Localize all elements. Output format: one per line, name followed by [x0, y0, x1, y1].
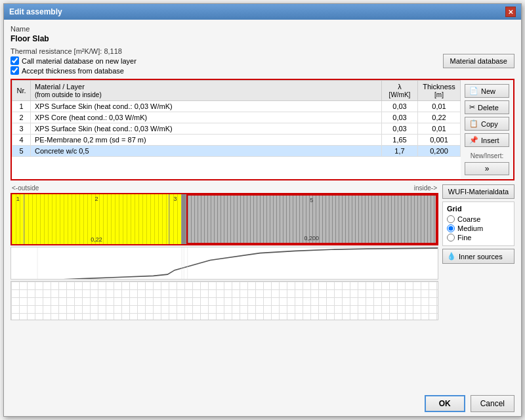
viz-labels: <-outside inside-> — [10, 184, 438, 192]
row-material: XPS Surface Skin (heat cond.: 0,03 W/mK) — [31, 123, 382, 135]
layer-bar-1: 1 — [12, 194, 24, 244]
col-header-lambda: λ[W/mK] — [382, 81, 418, 101]
new-insert-label: New/Insert: — [465, 152, 509, 159]
inner-sources-button[interactable]: 💧 Inner sources — [442, 249, 514, 264]
checkbox-row-1: Call material database on new layer — [10, 56, 136, 65]
table-row[interactable]: 4 PE-Membrane 0,2 mm (sd = 87 m) 1,65 0,… — [12, 135, 461, 146]
inside-label: inside-> — [414, 184, 437, 192]
row-thickness: 0,200 — [418, 146, 461, 157]
layers-table-section: Nr. Material / Layer(from outside to ins… — [10, 79, 514, 180]
layers-table: Nr. Material / Layer(from outside to ins… — [12, 80, 461, 157]
row-nr: 2 — [12, 112, 31, 123]
dialog: Edit assembly ✕ Name Floor Slab Thermal … — [3, 3, 522, 417]
delete-icon: ✂ — [469, 103, 475, 112]
table-row[interactable]: 3 XPS Surface Skin (heat cond.: 0,03 W/m… — [12, 123, 461, 135]
outside-label: <-outside — [12, 184, 39, 192]
new-insert-arrow-button[interactable]: » — [465, 162, 509, 175]
col-header-nr: Nr. — [12, 81, 31, 101]
row-material: XPS Core (heat cond.: 0,03 W/mK) — [31, 112, 382, 123]
medium-label: Medium — [457, 224, 483, 232]
row-thickness: 0,01 — [418, 123, 461, 135]
options-left: Thermal resistance [m²K/W]: 8,118 Call m… — [10, 47, 136, 75]
medium-radio[interactable] — [447, 224, 455, 232]
col-header-thickness: Thickness[m] — [418, 81, 461, 101]
table-row[interactable]: 2 XPS Core (heat cond.: 0,03 W/mK) 0,03 … — [12, 112, 461, 123]
options-row: Thermal resistance [m²K/W]: 8,118 Call m… — [10, 47, 514, 75]
viz-right: WUFI-Materialdata Grid Coarse Medium Fin… — [442, 184, 514, 386]
side-buttons: 📄 New ✂ Delete 📋 Copy 📌 Insert New/Inser… — [461, 80, 513, 179]
col-header-material: Material / Layer(from outside to inside) — [31, 81, 382, 101]
row-nr: 3 — [12, 123, 31, 135]
row-lambda: 1,7 — [382, 146, 418, 157]
row-lambda: 0,03 — [382, 123, 418, 135]
bottom-grid — [10, 281, 438, 320]
call-db-label: Call material database on new layer — [22, 57, 136, 65]
row-nr: 5 — [12, 146, 31, 157]
row-nr: 4 — [12, 135, 31, 146]
visualization-section: <-outside inside-> 1 2 0,22 — [10, 184, 514, 386]
row-material: XPS Surface Skin (heat cond.: 0,03 W/mK) — [31, 101, 382, 112]
temp-grid-svg — [11, 247, 438, 279]
row-thickness: 0,01 — [418, 101, 461, 112]
name-label: Name — [10, 25, 514, 33]
bottom-row: OK Cancel — [4, 391, 521, 416]
name-section: Name Floor Slab — [10, 25, 514, 43]
name-value: Floor Slab — [10, 34, 514, 43]
wufi-materialdata-button[interactable]: WUFI-Materialdata — [442, 184, 514, 199]
layers-visualization: 1 2 0,22 3 5 — [10, 193, 438, 245]
copy-button[interactable]: 📋 Copy — [465, 117, 509, 131]
inner-sources-icon: 💧 — [447, 252, 456, 261]
ok-button[interactable]: OK — [425, 395, 465, 412]
row-nr: 1 — [12, 101, 31, 112]
layer-bar-3: 3 — [169, 194, 182, 244]
material-database-button[interactable]: Material database — [443, 54, 514, 68]
temperature-graph — [10, 247, 438, 280]
accept-thickness-label: Accept thickness from database — [22, 67, 124, 75]
dialog-title: Edit assembly — [9, 7, 62, 16]
row-material: PE-Membrane 0,2 mm (sd = 87 m) — [31, 135, 382, 146]
cancel-button[interactable]: Cancel — [471, 395, 514, 412]
content-area: Name Floor Slab Thermal resistance [m²K/… — [4, 20, 521, 391]
thermal-resistance: Thermal resistance [m²K/W]: 8,118 — [10, 47, 136, 55]
delete-button[interactable]: ✂ Delete — [465, 100, 509, 114]
layer-bar-5: 5 0,200 — [186, 194, 437, 244]
table-row[interactable]: 1 XPS Surface Skin (heat cond.: 0,03 W/m… — [12, 101, 461, 112]
row-thickness: 0,22 — [418, 112, 461, 123]
row-material: Concrete w/c 0,5 — [31, 146, 382, 157]
coarse-radio[interactable] — [447, 215, 455, 223]
checkbox-row-2: Accept thickness from database — [10, 66, 136, 75]
medium-radio-row: Medium — [447, 224, 510, 232]
title-bar: Edit assembly ✕ — [4, 4, 521, 20]
insert-icon: 📌 — [469, 136, 478, 144]
row-thickness: 0,001 — [418, 135, 461, 146]
row-lambda: 1,65 — [382, 135, 418, 146]
fine-radio[interactable] — [447, 234, 455, 242]
close-button[interactable]: ✕ — [505, 7, 516, 17]
new-icon: 📄 — [469, 87, 478, 95]
row-lambda: 0,03 — [382, 112, 418, 123]
coarse-radio-row: Coarse — [447, 215, 510, 223]
grid-title: Grid — [447, 205, 510, 213]
fine-label: Fine — [457, 234, 471, 242]
new-button[interactable]: 📄 New — [465, 84, 509, 98]
call-db-checkbox[interactable] — [10, 56, 19, 65]
table-wrapper: Nr. Material / Layer(from outside to ins… — [12, 80, 461, 179]
fine-radio-row: Fine — [447, 234, 510, 242]
row-lambda: 0,03 — [382, 101, 418, 112]
accept-thickness-checkbox[interactable] — [10, 66, 19, 75]
table-row[interactable]: 5 Concrete w/c 0,5 1,7 0,200 — [12, 146, 461, 157]
grid-section: Grid Coarse Medium Fine — [442, 201, 514, 246]
layer-bar-2: 2 0,22 — [24, 194, 169, 244]
coarse-label: Coarse — [457, 215, 480, 223]
insert-button[interactable]: 📌 Insert — [465, 133, 509, 147]
viz-left: <-outside inside-> 1 2 0,22 — [10, 184, 438, 386]
copy-icon: 📋 — [469, 119, 478, 128]
